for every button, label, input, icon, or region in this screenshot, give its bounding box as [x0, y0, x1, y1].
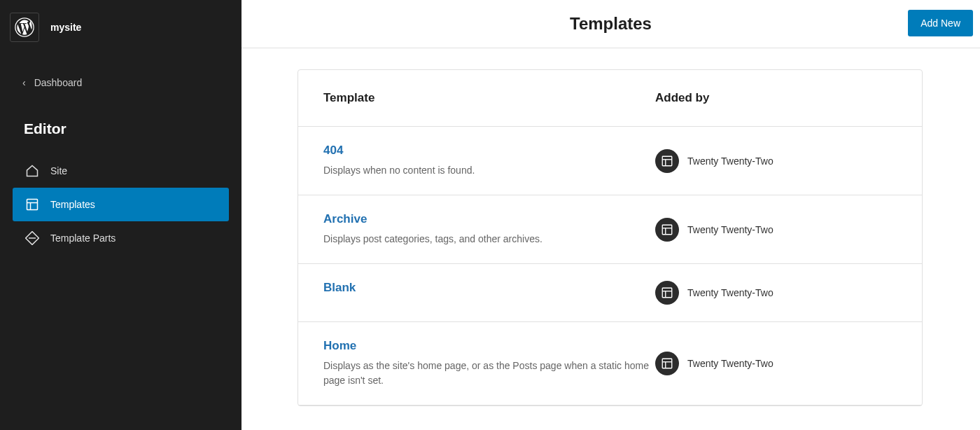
sidebar-item-template-parts[interactable]: Template Parts — [13, 221, 229, 255]
sidebar-header: mysite — [0, 0, 241, 55]
templates-table: Template Added by 404 Displays when no c… — [298, 69, 923, 406]
template-description: Displays as the site's home page, or as … — [323, 359, 655, 388]
table-row: Archive Displays post categories, tags, … — [298, 195, 922, 264]
editor-section-title: Editor — [0, 95, 241, 151]
theme-name: Twenty Twenty-Two — [687, 287, 774, 298]
added-by-cell: Twenty Twenty-Two — [655, 281, 897, 305]
topbar: Templates Add New — [241, 0, 980, 48]
back-label: Dashboard — [34, 77, 83, 88]
chevron-left-icon: ‹ — [22, 77, 26, 88]
template-cell: 404 Displays when no content is found. — [323, 144, 655, 178]
svg-rect-12 — [662, 288, 672, 298]
theme-icon — [655, 149, 679, 173]
added-by-cell: Twenty Twenty-Two — [655, 144, 897, 178]
home-icon — [25, 164, 39, 178]
main-content: Templates Add New Template Added by 404 … — [241, 0, 980, 430]
table-header: Template Added by — [298, 70, 922, 127]
template-cell: Home Displays as the site's home page, o… — [323, 339, 655, 388]
sidebar-item-site[interactable]: Site — [13, 154, 229, 188]
theme-icon — [655, 352, 679, 375]
table-row: 404 Displays when no content is found. T… — [298, 127, 922, 195]
svg-rect-1 — [27, 200, 38, 210]
template-description: Displays post categories, tags, and othe… — [323, 232, 655, 247]
template-parts-icon — [25, 231, 39, 245]
sidebar-item-label: Site — [50, 165, 67, 176]
theme-name: Twenty Twenty-Two — [687, 155, 774, 167]
template-cell: Archive Displays post categories, tags, … — [323, 212, 655, 247]
added-by-cell: Twenty Twenty-Two — [655, 212, 897, 247]
sidebar-item-label: Template Parts — [50, 233, 115, 244]
sidebar: mysite ‹ Dashboard Editor Site Templates — [0, 0, 241, 430]
template-name-link[interactable]: Home — [323, 339, 655, 353]
add-new-button[interactable]: Add New — [908, 10, 973, 36]
template-name-link[interactable]: 404 — [323, 144, 655, 158]
svg-rect-15 — [662, 359, 672, 368]
template-name-link[interactable]: Blank — [323, 281, 655, 295]
column-header-added-by: Added by — [655, 91, 897, 105]
column-header-template: Template — [323, 91, 655, 105]
sidebar-item-templates[interactable]: Templates — [13, 188, 229, 221]
theme-icon — [655, 218, 679, 242]
content-area: Template Added by 404 Displays when no c… — [241, 48, 980, 430]
wordpress-logo-icon[interactable] — [10, 13, 39, 42]
site-name: mysite — [50, 22, 81, 33]
added-by-cell: Twenty Twenty-Two — [655, 339, 897, 388]
svg-rect-9 — [662, 225, 672, 235]
layout-icon — [25, 197, 39, 211]
theme-name: Twenty Twenty-Two — [687, 358, 774, 369]
theme-name: Twenty Twenty-Two — [687, 224, 774, 235]
svg-rect-6 — [662, 156, 672, 166]
table-row: Blank Twenty Twenty-Two — [298, 264, 922, 322]
page-title: Templates — [570, 14, 652, 34]
template-description: Displays when no content is found. — [323, 163, 655, 178]
sidebar-item-label: Templates — [50, 199, 95, 210]
back-to-dashboard-link[interactable]: ‹ Dashboard — [0, 70, 241, 95]
template-name-link[interactable]: Archive — [323, 212, 655, 226]
editor-nav: Site Templates Template Parts — [0, 151, 241, 255]
theme-icon — [655, 281, 679, 305]
template-cell: Blank — [323, 281, 655, 305]
table-row: Home Displays as the site's home page, o… — [298, 322, 922, 405]
